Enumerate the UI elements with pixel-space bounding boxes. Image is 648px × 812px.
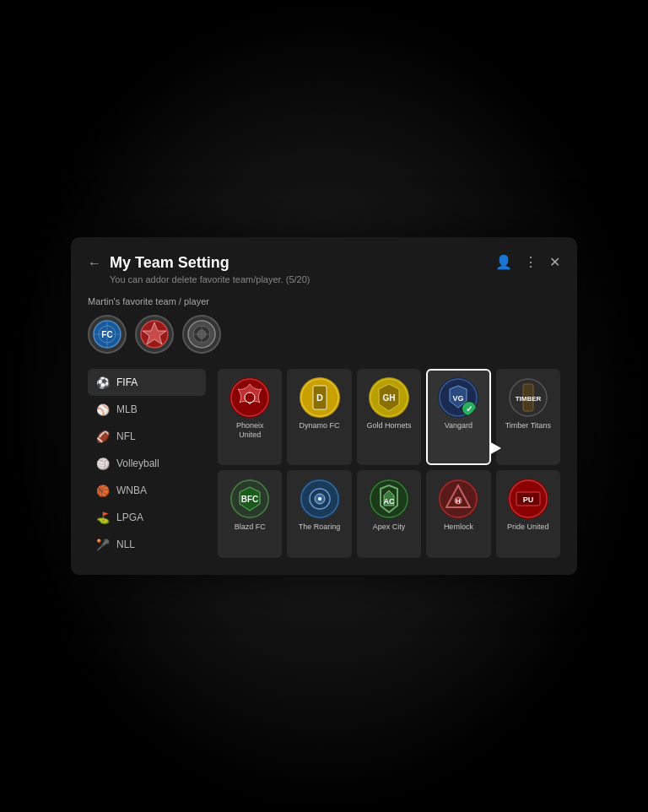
team-name-apexcity: Apex City xyxy=(373,522,406,532)
svg-text:FC: FC xyxy=(101,330,112,339)
team-logo-phoenix xyxy=(230,377,270,418)
close-button[interactable]: ✕ xyxy=(549,254,560,270)
sidebar-label-mlb: MLB xyxy=(116,403,138,415)
team-name-dynamo: Dynamo FC xyxy=(300,421,340,430)
sidebar-item-mlb[interactable]: ⚾ MLB xyxy=(88,396,206,423)
svg-text:BFC: BFC xyxy=(241,495,259,504)
team-name-roaring: The Roaring xyxy=(299,522,341,532)
team-card-apexcity[interactable]: AC Apex City xyxy=(357,470,421,558)
svg-text:VG: VG xyxy=(453,394,464,403)
sidebar-label-volleyball: Volleyball xyxy=(116,457,159,469)
mlb-icon: ⚾ xyxy=(96,403,110,416)
favorites-row: FC xyxy=(88,315,560,354)
team-logo-apexcity: AC xyxy=(369,479,409,519)
header: ← My Team Setting You can addor delete f… xyxy=(88,254,560,284)
svg-point-8 xyxy=(245,392,255,403)
sidebar-label-nll: NLL xyxy=(116,539,135,550)
title-block: My Team Setting You can addor delete fav… xyxy=(110,254,310,284)
svg-text:H: H xyxy=(456,497,462,505)
sidebar-label-fifa: FIFA xyxy=(116,376,138,388)
svg-text:PU: PU xyxy=(523,495,534,504)
page-title: My Team Setting xyxy=(110,254,310,272)
team-logo-roaring xyxy=(300,479,340,519)
nll-icon: 🥍 xyxy=(96,538,110,551)
team-name-hemlock: Hemlock xyxy=(444,522,473,532)
team-card-timber[interactable]: TIMBER Timber Titans xyxy=(496,369,560,465)
team-logo-dynamo: D xyxy=(300,377,340,418)
favorite-team-3[interactable] xyxy=(182,315,221,354)
sidebar-item-lpga[interactable]: ⛳ LPGA xyxy=(88,504,206,531)
team-name-pride: Pride United xyxy=(507,522,549,532)
volleyball-icon: 🏐 xyxy=(96,457,110,470)
team-card-roaring[interactable]: The Roaring xyxy=(287,470,351,558)
sidebar-label-wnba: WNBA xyxy=(116,484,147,496)
team-name-timber: Timber Titans xyxy=(505,421,551,430)
back-button[interactable]: ← xyxy=(88,256,101,271)
team-logo-hemlock: H xyxy=(438,479,478,519)
team-card-blazd[interactable]: BFC Blazd FC xyxy=(218,470,282,558)
lpga-icon: ⛳ xyxy=(96,511,110,524)
svg-text:GH: GH xyxy=(382,393,395,403)
team-card-phoenix[interactable]: Phoneix United xyxy=(218,369,282,465)
selected-checkmark: ✓ xyxy=(462,401,477,416)
team-name-blazd: Blazd FC xyxy=(235,522,266,532)
sidebar-item-fifa[interactable]: ⚽ FIFA xyxy=(88,369,206,396)
team-card-hemlock[interactable]: H Hemlock xyxy=(426,470,490,558)
teams-grid: Phoneix United D Dynamo FC xyxy=(218,369,560,558)
sidebar-label-nfl: NFL xyxy=(116,430,136,442)
team-name-phoenix: Phoneix United xyxy=(224,421,275,440)
page-subtitle: You can addor delete favorite team/playe… xyxy=(110,274,310,284)
sidebar-item-volleyball[interactable]: 🏐 Volleyball xyxy=(88,450,206,477)
team-logo-blazd: BFC xyxy=(230,479,270,519)
header-actions: 👤 ⋮ ✕ xyxy=(495,254,560,270)
more-icon[interactable]: ⋮ xyxy=(524,254,537,270)
profile-icon[interactable]: 👤 xyxy=(495,254,512,270)
team-card-pride[interactable]: PU Pride United xyxy=(496,470,560,558)
team-card-hornets[interactable]: GH Gold Hornets xyxy=(357,369,421,465)
fifa-icon: ⚽ xyxy=(96,376,110,389)
team-card-vangard[interactable]: VG ✓ Vangard xyxy=(426,369,490,465)
header-left: ← My Team Setting You can addor delete f… xyxy=(88,254,310,284)
cursor-pointer xyxy=(489,441,501,455)
svg-text:D: D xyxy=(316,392,323,403)
sidebar-item-nll[interactable]: 🥍 NLL xyxy=(88,531,206,558)
team-logo-vangard: VG ✓ xyxy=(438,377,478,418)
nfl-icon: 🏈 xyxy=(96,430,110,443)
team-logo-pride: PU xyxy=(508,479,548,519)
favorite-team-2[interactable] xyxy=(135,315,174,354)
settings-window: ← My Team Setting You can addor delete f… xyxy=(71,237,577,575)
team-name-hornets: Gold Hornets xyxy=(366,421,411,430)
main-content: ⚽ FIFA ⚾ MLB 🏈 NFL 🏐 Volleyball 🏀 WNBA ⛳ xyxy=(88,369,560,558)
svg-point-24 xyxy=(318,497,321,501)
sidebar-item-nfl[interactable]: 🏈 NFL xyxy=(88,423,206,450)
sidebar: ⚽ FIFA ⚾ MLB 🏈 NFL 🏐 Volleyball 🏀 WNBA ⛳ xyxy=(88,369,206,558)
team-name-vangard: Vangard xyxy=(445,421,472,430)
team-logo-timber: TIMBER xyxy=(508,377,548,418)
team-logo-hornets: GH xyxy=(369,377,409,418)
sidebar-item-wnba[interactable]: 🏀 WNBA xyxy=(88,477,206,504)
svg-text:AC: AC xyxy=(383,497,394,506)
sidebar-label-lpga: LPGA xyxy=(116,512,143,523)
favorite-team-1[interactable]: FC xyxy=(88,315,127,354)
favorites-label: Martin's favorite team / player xyxy=(88,296,560,306)
svg-text:TIMBER: TIMBER xyxy=(515,395,541,403)
team-card-dynamo[interactable]: D Dynamo FC xyxy=(287,369,351,465)
wnba-icon: 🏀 xyxy=(96,484,110,497)
